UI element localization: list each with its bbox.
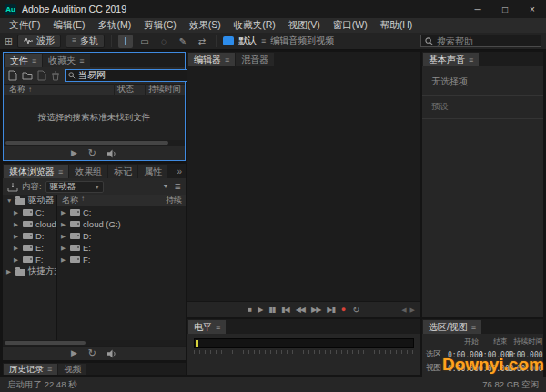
chevron-right-icon[interactable]: ▶ — [61, 221, 67, 228]
autoplay-icon[interactable]: ▶ — [71, 149, 77, 157]
chevron-right-icon[interactable]: ▶ — [14, 233, 20, 240]
autoplay-icon[interactable]: ▶ — [71, 349, 77, 357]
tab-mixer[interactable]: 混音器 — [236, 53, 274, 66]
loop-playback-icon[interactable]: ↻ — [88, 148, 96, 158]
loop-playback-icon[interactable]: ↻ — [88, 348, 96, 358]
tab-essential-sound[interactable]: 基本声音 ≡ — [423, 53, 479, 66]
tab-favorites[interactable]: 收藏夹 ≡ — [43, 54, 89, 67]
play-button[interactable]: ▶ — [258, 307, 262, 314]
tab-markers[interactable]: 标记 — [108, 165, 137, 178]
panel-menu-icon[interactable]: ≡ — [216, 323, 220, 332]
panel-menu-icon[interactable]: ≡ — [225, 55, 229, 65]
drive-row[interactable]: ▶ F: — [57, 254, 186, 266]
tab-history[interactable]: 历史记录 ≡ — [4, 364, 57, 375]
tab-overflow-icon[interactable]: » — [173, 165, 186, 178]
levels-meter[interactable] — [187, 334, 420, 375]
scroll-right-icon[interactable]: ▶ — [410, 307, 415, 314]
skip-back-button[interactable]: ▮◀ — [281, 307, 289, 314]
menu-edit[interactable]: 编辑(E) — [46, 19, 91, 32]
menu-clip[interactable]: 剪辑(C) — [137, 19, 183, 32]
drive-row[interactable]: ▶ C: — [57, 206, 186, 218]
minimize-button[interactable]: ─ — [464, 0, 491, 18]
drive-row[interactable]: ▶ D: — [57, 230, 186, 242]
chevron-right-icon[interactable]: ▶ — [61, 256, 67, 264]
stop-button[interactable]: ■ — [248, 307, 251, 314]
chevron-right-icon[interactable]: ▶ — [14, 221, 20, 228]
rewind-button[interactable]: ◀◀ — [296, 307, 305, 314]
speaker-icon[interactable] — [107, 349, 117, 358]
tree-item-drives[interactable]: ▼ 驱动器 — [3, 195, 56, 206]
chevron-right-icon[interactable]: ▶ — [14, 245, 20, 252]
chevron-right-icon[interactable]: ▶ — [6, 268, 13, 276]
slip-tool[interactable]: ⇄ — [195, 35, 209, 48]
workspace-icon[interactable] — [223, 36, 234, 45]
fast-forward-button[interactable]: ▶▶ — [311, 307, 320, 314]
menu-favorites[interactable]: 收藏夹(R) — [228, 19, 282, 32]
paintbrush-tool[interactable]: ✎ — [176, 35, 190, 48]
chevron-right-icon[interactable]: ▶ — [14, 256, 20, 264]
tree-item-shortcuts[interactable]: ▶ 快捷方式 — [3, 266, 56, 277]
new-item-icon[interactable] — [37, 70, 46, 81]
close-button[interactable]: × — [519, 0, 546, 18]
menu-multitrack[interactable]: 多轨(M) — [91, 19, 137, 32]
content-dropdown[interactable]: 驱动器 ▾ — [46, 181, 104, 193]
marquee-tool[interactable]: ▭ — [137, 35, 152, 48]
tree-item-drive[interactable]: ▶ E: — [3, 242, 56, 254]
tab-editor[interactable]: 编辑器 ≡ — [188, 53, 235, 66]
drive-row[interactable]: ▶ E: — [57, 242, 186, 254]
panel-menu-icon[interactable]: ≡ — [32, 56, 36, 65]
time-selection-tool[interactable]: I — [118, 35, 133, 48]
multitrack-button[interactable]: ≡ 多轨 — [66, 35, 105, 48]
pause-button[interactable]: ▮▮ — [268, 307, 275, 314]
menu-window[interactable]: 窗口(W) — [327, 19, 374, 32]
tab-media-browser[interactable]: 媒体浏览器 ≡ — [4, 165, 68, 178]
panel-menu-icon[interactable]: ≡ — [47, 365, 52, 374]
tree-item-drive[interactable]: ▶ cloud (G:) — [3, 218, 56, 230]
menu-file[interactable]: 文件(F) — [3, 19, 46, 32]
menu-help[interactable]: 帮助(H) — [374, 19, 420, 32]
drive-row[interactable]: ▶ cloud (G:) — [57, 218, 186, 230]
help-search-input[interactable] — [437, 36, 537, 46]
filter-icon[interactable]: ▼ — [163, 183, 169, 191]
import-file-icon[interactable] — [8, 70, 17, 81]
column-name[interactable]: 名称 ↑ — [57, 195, 166, 206]
panel-menu-icon[interactable]: ≡ — [469, 55, 473, 65]
scrollbar-thumb[interactable] — [5, 341, 86, 345]
tab-selection-view[interactable]: 选区/视图 ≡ — [423, 320, 481, 334]
trash-icon[interactable] — [51, 71, 60, 81]
maximize-button[interactable]: □ — [491, 0, 519, 18]
tree-item-drive[interactable]: ▶ C: — [3, 206, 56, 218]
tree-item-drive[interactable]: ▶ D: — [3, 230, 56, 242]
loop-button[interactable]: ↻ — [352, 306, 359, 315]
files-search-input[interactable] — [78, 71, 198, 81]
lasso-tool[interactable]: ◌ — [157, 35, 171, 48]
menu-effects[interactable]: 效果(S) — [183, 19, 228, 32]
chevron-right-icon[interactable]: ▶ — [61, 209, 67, 216]
tab-levels[interactable]: 电平 ≡ — [188, 320, 226, 334]
workspace-default-label[interactable]: 默认 — [238, 35, 257, 47]
panel-menu-icon[interactable]: ≡ — [79, 56, 84, 65]
workspace-grid-icon[interactable]: ⊞ — [5, 36, 13, 46]
import-into-files-icon[interactable] — [7, 182, 18, 192]
open-folder-icon[interactable] — [22, 71, 33, 80]
view-options-icon[interactable]: ≣ — [174, 183, 181, 191]
editor-canvas[interactable] — [187, 66, 420, 301]
chevron-right-icon[interactable]: ▶ — [14, 209, 20, 216]
chevron-down-icon[interactable]: ▼ — [6, 197, 13, 204]
tab-video[interactable]: 视频 — [58, 364, 86, 375]
column-duration[interactable]: 持续 — [166, 195, 186, 206]
record-button[interactable]: ● — [341, 306, 346, 314]
chevron-right-icon[interactable]: ▶ — [61, 245, 67, 252]
chevron-right-icon[interactable]: ▶ — [61, 233, 67, 240]
workspace-menu-icon[interactable]: ≡ — [261, 36, 266, 45]
workspace-alt-label[interactable]: 编辑音频到视频 — [270, 35, 334, 47]
scrollbar-thumb[interactable] — [5, 141, 168, 145]
tree-item-drive[interactable]: ▶ F: — [3, 254, 56, 266]
panel-menu-icon[interactable]: ≡ — [58, 167, 63, 176]
tab-files[interactable]: 文件 ≡ — [5, 54, 42, 67]
column-duration[interactable]: 持续时间 — [145, 84, 185, 95]
tab-properties[interactable]: 属性 — [138, 165, 167, 178]
menu-view[interactable]: 视图(V) — [282, 19, 327, 32]
speaker-icon[interactable] — [107, 149, 117, 158]
waveform-button[interactable]: 波形 — [17, 35, 61, 48]
